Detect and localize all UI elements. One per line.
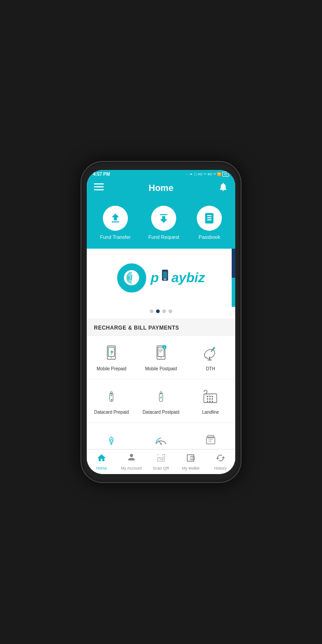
status-icons: ··· ❧ ☖ 4G ᵛᵒˡ 4G ᵛᵒˡ 🛜 35 xyxy=(186,172,229,177)
app-logo: i p xyxy=(117,263,205,292)
dot-3[interactable] xyxy=(162,309,166,313)
dot-4[interactable] xyxy=(169,309,172,313)
mobile-prepaid-label: Mobile Prepaid xyxy=(97,366,127,372)
landline-label: Landline xyxy=(202,410,219,415)
phone-frame: 4:57 PM ··· ❧ ☖ 4G ᵛᵒˡ 4G ᵛᵒˡ 🛜 35 xyxy=(80,161,242,483)
mobile-prepaid-button[interactable]: Mobile Prepaid xyxy=(87,336,136,379)
nav-home-label: Home xyxy=(96,466,107,470)
more-service-3[interactable] xyxy=(186,423,235,449)
svg-rect-52 xyxy=(208,436,213,438)
svg-rect-47 xyxy=(205,394,212,396)
svg-point-38 xyxy=(207,396,208,397)
banner-side-bar xyxy=(232,249,235,307)
svg-point-48 xyxy=(110,443,113,445)
status-time: 4:57 PM xyxy=(93,172,110,177)
banner-dots xyxy=(87,307,235,318)
svg-point-43 xyxy=(212,398,213,400)
phone-screen: 4:57 PM ··· ❧ ☖ 4G ᵛᵒˡ 4G ᵛᵒˡ 🛜 35 xyxy=(87,170,235,474)
svg-point-13 xyxy=(165,280,166,280)
more-service-1[interactable] xyxy=(87,423,136,449)
history-icon xyxy=(216,453,225,465)
passbook-label: Passbook xyxy=(199,234,220,240)
svg-point-44 xyxy=(207,401,208,402)
dth-label: DTH xyxy=(206,366,215,372)
landline-button[interactable]: Landline xyxy=(186,379,235,423)
scroll-content: i p xyxy=(87,249,235,449)
datacard-prepaid-button[interactable]: Datacard Prepaid xyxy=(87,379,136,423)
nav-wallet[interactable]: My Wallet xyxy=(176,449,205,474)
svg-point-29 xyxy=(213,347,215,349)
banner-section: i p xyxy=(87,249,235,318)
more-service-2[interactable] xyxy=(136,423,186,449)
svg-point-55 xyxy=(192,458,193,459)
svg-rect-33 xyxy=(110,392,112,394)
nav-account[interactable]: My Account xyxy=(116,449,146,474)
mobile-postpaid-label: Mobile Postpaid xyxy=(145,366,177,372)
datacard-postpaid-label: Datacard Postpaid xyxy=(143,410,179,415)
svg-rect-2 xyxy=(94,189,104,191)
service-grid: Mobile Prepaid xyxy=(87,335,235,449)
datacard-prepaid-icon xyxy=(102,386,121,406)
passbook-button[interactable]: Passbook xyxy=(197,206,222,240)
landline-icon xyxy=(201,386,220,406)
datacard-postpaid-icon xyxy=(151,386,171,406)
svg-rect-0 xyxy=(94,183,104,185)
svg-point-11 xyxy=(164,280,165,280)
svg-point-42 xyxy=(209,398,211,400)
section-title: RECHARGE & BILL PAYMENTS xyxy=(87,318,235,335)
svg-point-40 xyxy=(212,396,213,397)
mobile-prepaid-icon xyxy=(102,343,121,363)
bell-icon[interactable] xyxy=(218,182,228,194)
svg-point-8 xyxy=(164,278,165,279)
scan-qr-icon xyxy=(156,453,166,465)
svg-rect-35 xyxy=(160,392,162,394)
fund-transfer-label: Fund Transfer xyxy=(100,234,131,240)
svg-point-36 xyxy=(161,398,162,399)
svg-point-45 xyxy=(209,401,211,402)
svg-point-46 xyxy=(212,401,213,402)
header: Home xyxy=(87,178,235,201)
bottom-nav: Home My Account Scan QR xyxy=(87,449,235,474)
dth-button[interactable]: DTH xyxy=(186,336,235,379)
fund-request-button[interactable]: Fund Request xyxy=(148,206,179,240)
svg-point-12 xyxy=(165,280,165,280)
dth-icon xyxy=(201,343,220,363)
svg-point-9 xyxy=(165,278,165,279)
svg-rect-34 xyxy=(159,394,163,402)
fund-request-label: Fund Request xyxy=(148,234,179,240)
nav-account-label: My Account xyxy=(121,466,142,470)
svg-point-41 xyxy=(207,398,208,400)
quick-actions: Fund Transfer Fund Request Passboo xyxy=(87,201,235,249)
nav-wallet-label: My Wallet xyxy=(182,466,199,470)
header-title: Home xyxy=(148,183,174,193)
dot-2[interactable] xyxy=(156,309,160,313)
svg-rect-7 xyxy=(163,272,167,278)
svg-text:$: $ xyxy=(164,346,165,349)
wallet-icon xyxy=(186,453,195,465)
mobile-postpaid-icon: $ xyxy=(151,343,171,363)
fund-transfer-button[interactable]: Fund Transfer xyxy=(100,206,131,240)
svg-point-50 xyxy=(160,443,162,445)
logo-text-p: p xyxy=(151,270,159,285)
dot-1[interactable] xyxy=(150,309,153,313)
nav-scan-qr[interactable]: Scan QR xyxy=(146,449,176,474)
svg-point-10 xyxy=(165,278,166,279)
nav-home[interactable]: Home xyxy=(87,449,116,474)
mobile-postpaid-button[interactable]: $ Mobile Postpaid xyxy=(136,336,186,379)
svg-rect-1 xyxy=(94,186,104,188)
datacard-postpaid-button[interactable]: Datacard Postpaid xyxy=(136,379,186,423)
logo-circle: i xyxy=(117,263,146,292)
logo-text-aybiz: aybiz xyxy=(171,270,205,285)
svg-point-39 xyxy=(209,396,211,397)
menu-icon[interactable] xyxy=(94,183,104,193)
datacard-prepaid-label: Datacard Prepaid xyxy=(94,410,129,415)
nav-scan-qr-label: Scan QR xyxy=(153,466,169,470)
nav-history-label: History xyxy=(214,466,227,470)
nav-history[interactable]: History xyxy=(206,449,235,474)
status-bar: 4:57 PM ··· ❧ ☖ 4G ᵛᵒˡ 4G ᵛᵒˡ 🛜 35 xyxy=(87,170,235,178)
home-icon xyxy=(97,453,106,465)
account-icon xyxy=(127,453,136,465)
